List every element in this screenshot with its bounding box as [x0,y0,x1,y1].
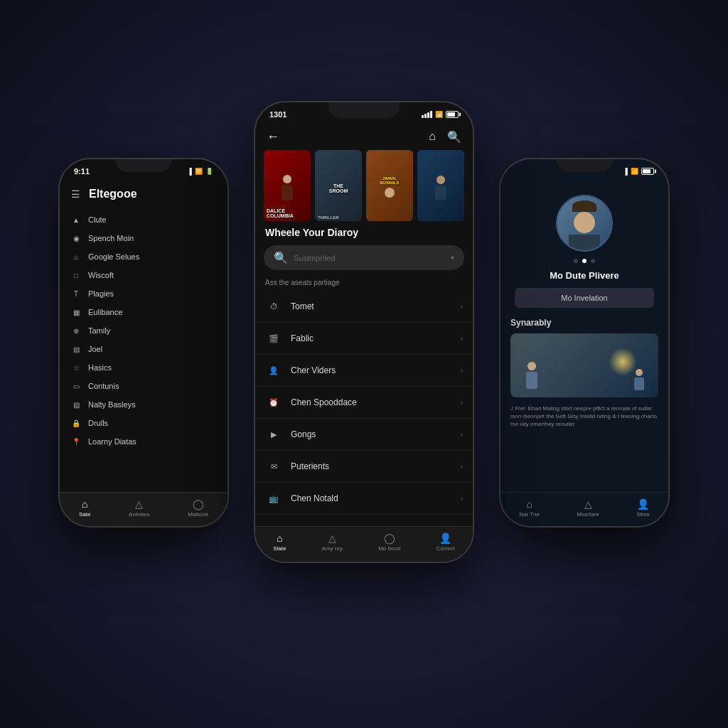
center-nav-slate[interactable]: ⌂ Slate [273,532,286,552]
center-nav-amy[interactable]: △ Amy nry [322,532,343,552]
nav-item-wiscoft[interactable]: □ Wiscoft [60,266,228,284]
profile-name: Mo Dute Plivere [500,267,668,284]
grid2-icon: ▧ [71,400,81,410]
center-nav-slate-label: Slate [273,545,286,552]
star-icon: ☆ [71,363,81,373]
right-nav-mosrtare[interactable]: △ Mosrtare [577,498,599,518]
timer-icon [265,394,282,411]
nav-item-hasics[interactable]: ☆ Hasics [60,358,228,377]
chevron-right-icon: › [461,463,463,471]
menu-item-chen-spooddace[interactable]: Chen Spooddace › [255,387,473,419]
right-battery [641,168,654,175]
dot-1 [574,259,578,263]
nav-item-drulls[interactable]: 🔒 Drulls [60,414,228,432]
rect-icon: ▭ [71,381,81,391]
avatar-shoulders [569,235,600,250]
nav-item-plagies[interactable]: T Plagies [60,284,228,303]
chevron-down-icon: ▾ [451,254,454,262]
left-status-icons: ▐ 🛜 🔋 [188,168,213,175]
menu-item-gongs-label: Gongs [291,429,452,439]
right-nav-nar[interactable]: ⌂ Nar Tne [519,498,540,518]
nav-label: Hasics [88,363,112,372]
menu-item-gongs[interactable]: Gongs › [255,419,473,451]
home-nav-icon: ⌂ [82,498,87,510]
menu-item-chen-notald[interactable]: Chen Notald › [255,483,473,515]
avatar-head [574,212,595,233]
menu-item-fablic[interactable]: Fablic › [255,323,473,355]
person-nav-icon: 👤 [637,498,649,510]
bar-3 [427,112,429,118]
center-top-bar: ← ⌂ 🔍 [255,124,473,150]
nav-item-nalty[interactable]: ▧ Nalty Basleys [60,395,228,414]
t-icon: T [71,289,81,299]
menu-item-cher-viders[interactable]: Cher Viders › [255,355,473,387]
bar-4 [430,111,432,118]
nav-item-google[interactable]: ⌂ Google Selues [60,247,228,266]
camera-icon [265,330,282,347]
nav-item-eulibance[interactable]: ▦ Eulibance [60,303,228,321]
avatar [556,195,613,252]
left-nav-list: ▲ Clute ◉ Spench Moin ⌂ Google Selues □ … [60,208,228,454]
profile-button[interactable]: Mo Invelation [515,288,654,308]
bag-icon: ◯ [384,532,395,544]
mail-icon [265,458,282,475]
left-phone: 9:11 ▐ 🛜 🔋 ☰ Eltegooe ▲ Clute ◉ [58,158,229,528]
menu-item-puterients[interactable]: Puterients › [255,451,473,483]
poster-2[interactable]: THESROOM THRILLER [315,150,362,221]
back-button[interactable]: ← [267,129,279,144]
nav-item-spench[interactable]: ◉ Spench Moin [60,229,228,247]
nav-label: Google Selues [88,252,139,261]
nav-label: Spench Moin [88,234,134,242]
center-phone: 1301 📶 ← ⌂ 🔍 [254,101,474,563]
center-status-icons: 📶 [422,111,459,118]
home-icon: ⌂ [277,532,282,544]
search-bar[interactable]: 🔍 Sustmprited ▾ [264,245,464,270]
avatar-hair [572,200,596,212]
triangle-icon: △ [328,532,336,544]
home-button[interactable]: ⌂ [429,130,436,144]
left-header: ☰ Eltegooe [60,181,228,208]
lock-icon: 🔒 [71,418,81,428]
posters-row: DALICE COLUMBIA THESROOM THRILLER JIMMIL… [255,150,473,221]
nav-label: Loarny Diatas [88,437,136,446]
menu-item-tomet[interactable]: Tomet › [255,291,473,323]
right-nav-slnre[interactable]: 👤 Slnre [636,498,650,518]
menu-item-chenspooddace-label: Chen Spooddace [291,397,452,407]
square-icon: ▦ [71,307,81,317]
search-input[interactable]: Sustmprited [294,254,445,262]
grid-icon: ▤ [71,344,81,354]
right-nav-mosrtare-label: Mosrtare [577,511,599,518]
right-phone: ▐ 📶 Mo Dute Plivere [499,158,670,528]
bookmark-icon: □ [71,270,81,280]
left-nav-antraies[interactable]: △ Antraies [129,498,149,518]
left-nav-malbure-label: Malbure [188,511,208,518]
figure-body [526,372,537,389]
circles-icon: ⊕ [71,326,81,336]
center-nav-correct[interactable]: 👤 Correct [437,532,455,552]
chevron-right-icon: › [461,495,463,503]
search-button[interactable]: 🔍 [447,130,461,144]
left-nav-home[interactable]: ⌂ Sate [79,498,90,518]
person-icon [265,362,282,379]
nav-item-loarny[interactable]: 📍 Loarny Diatas [60,432,228,451]
center-nav-mo-bood[interactable]: ◯ Mo bood [378,532,400,552]
figure-head [528,362,536,370]
tv-icon [265,490,282,507]
chevron-right-icon: › [461,303,463,311]
nav-item-contunis[interactable]: ▭ Contunis [60,377,228,395]
nav-item-joel[interactable]: ▤ Joel [60,340,228,358]
nav-label: Nalty Basleys [88,400,136,409]
poster-4[interactable] [417,150,464,221]
nav-label: Drulls [88,419,108,427]
hamburger-icon[interactable]: ☰ [71,188,80,200]
nav-item-tamily[interactable]: ⊕ Tamily [60,321,228,340]
left-nav-malbure[interactable]: ◯ Malbure [188,498,208,518]
left-bottom-nav: ⌂ Sate △ Antraies ◯ Malbure [60,492,228,526]
bag-nav-icon: ◯ [193,498,204,510]
nav-item-clute[interactable]: ▲ Clute [60,210,228,229]
poster-1[interactable]: DALICE COLUMBIA [264,150,311,221]
poster-3[interactable]: JIMMILBONNILS [366,150,413,221]
avatar-face [567,202,602,245]
person-icon: ▲ [71,215,81,225]
poster-1-label: DALICE COLUMBIA [267,208,308,218]
